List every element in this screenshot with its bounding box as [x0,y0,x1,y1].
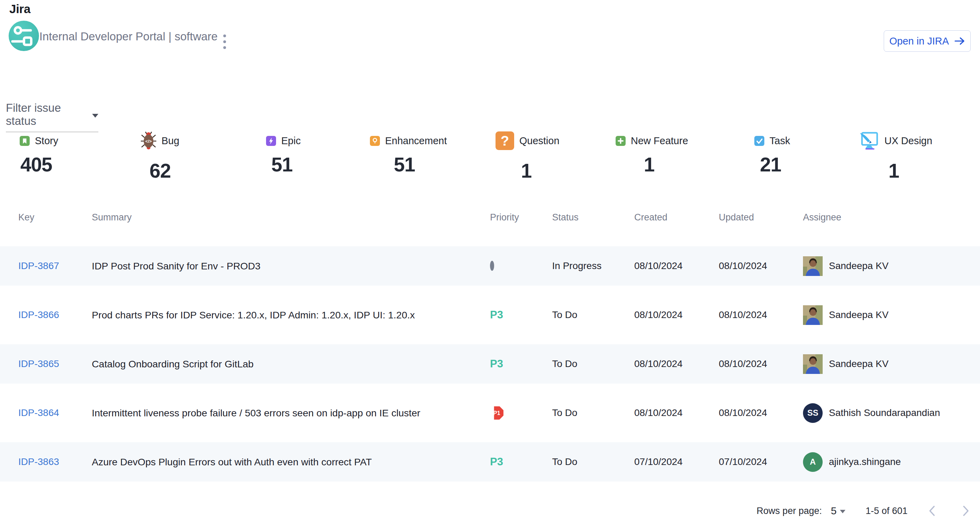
table-row: IDP-3865 Catalog Onboarding Script for G… [0,339,980,389]
pagination-bar: Rows per page: 5 1-5 of 601 [0,499,974,523]
previous-page-button[interactable] [924,503,941,519]
assignee-avatar-photo [803,256,822,276]
table-row: IDP-3866 Prod charts PRs for IDP Service… [0,290,980,339]
rows-per-page-select[interactable]: 5 [831,505,846,517]
issue-summary: IDP Post Prod Sanity for Env - PROD3 [92,260,490,272]
rows-per-page-value: 5 [831,505,837,517]
counter-label: Bug [161,135,180,147]
issue-key-link[interactable]: IDP-3867 [18,260,92,271]
issue-key-link[interactable]: IDP-3866 [18,309,92,320]
ux-design-icon [859,132,879,150]
arrow-right-icon [954,36,965,46]
issue-updated-date: 08/10/2024 [719,408,803,419]
counter-label: UX Design [885,135,932,147]
counter-story: Story 405 [20,130,53,176]
counter-label: Enhancement [385,135,447,147]
issue-key-link[interactable]: IDP-3864 [18,408,92,419]
question-icon: ? [496,132,514,150]
issue-key-link[interactable]: IDP-3863 [18,456,92,467]
counter-value: 21 [754,153,787,176]
new-feature-icon [616,136,625,146]
issues-table-header: Key Summary Priority Status Created Upda… [0,207,980,228]
assignee-avatar-initials: SS [803,403,822,423]
priority-p3-label: P3 [490,309,503,321]
chevron-down-icon [840,510,845,513]
assignee-name: Sandeepa KV [829,260,889,271]
counter-label: Task [770,135,790,147]
priority-p1-badge: P1 [490,406,503,420]
enhancement-icon [370,136,380,146]
counter-epic: Epic 51 [266,130,298,176]
assignee-name: Sandeepa KV [829,309,889,320]
counter-label: Story [35,135,58,147]
issue-status: To Do [552,408,634,419]
assignee-name: ajinkya.shingane [829,456,901,467]
story-icon [20,136,30,146]
issue-status: In Progress [552,260,634,271]
counter-ux-design: UX Design 1 [859,130,928,182]
chevron-down-icon [92,114,99,117]
task-icon [754,136,764,146]
open-in-jira-button[interactable]: Open in JIRA [884,30,971,52]
open-in-jira-label: Open in JIRA [889,35,948,47]
counter-bug: </> Bug 62 [141,130,180,182]
counter-value: 1 [616,153,682,176]
column-header-created: Created [634,212,719,223]
priority-none-ring-icon [490,261,494,271]
next-page-button[interactable] [957,503,974,519]
issue-key-link[interactable]: IDP-3865 [18,358,92,370]
issue-status: To Do [552,358,634,370]
filter-issue-status-select[interactable]: Filter issue status [6,102,99,132]
counter-label: Question [519,135,559,147]
counter-value: 405 [20,153,53,176]
counter-task: Task 21 [754,130,787,176]
priority-p3-label: P3 [490,456,503,468]
svg-text:</>: </> [145,139,152,144]
svg-text:?: ? [501,133,509,148]
issue-updated-date: 08/10/2024 [719,260,803,271]
assignee-avatar-photo [803,305,822,325]
column-header-assignee: Assignee [803,212,980,223]
epic-icon [266,136,276,146]
assignee-avatar-initials: A [803,452,822,472]
issue-summary: Catalog Onboarding Script for GitLab [92,358,490,370]
rows-per-page-label: Rows per page: [757,506,822,516]
counter-label: Epic [281,135,301,147]
assignee-name: Sathish Soundarapandian [829,408,940,419]
filter-issue-status-label: Filter issue status [6,102,91,128]
issue-created-date: 08/10/2024 [634,408,719,419]
counter-label: New Feature [631,135,688,147]
issue-summary: Azure DevOps Plugin Errors out with Auth… [92,456,490,468]
kebab-menu-button[interactable] [220,32,230,52]
priority-p3-label: P3 [490,358,503,370]
column-header-key: Key [18,212,92,223]
counter-new-feature: New Feature 1 [616,130,682,176]
column-header-updated: Updated [719,212,803,223]
column-header-status: Status [552,212,634,223]
chevron-left-icon [928,505,937,517]
issue-updated-date: 07/10/2024 [719,456,803,467]
table-row: IDP-3864 Intermittent liveness probe fai… [0,389,980,438]
issue-created-date: 08/10/2024 [634,260,719,271]
page-title: Jira [9,2,30,16]
kebab-menu-icon [222,33,227,51]
pagination-range-label: 1-5 of 601 [865,506,908,516]
column-header-priority: Priority [490,212,552,223]
issue-status: To Do [552,309,634,320]
assignee-avatar-photo [803,354,822,374]
counter-question: ? Question 1 [496,130,557,182]
issue-updated-date: 08/10/2024 [719,309,803,320]
counter-value: 62 [141,159,180,182]
issue-summary: Prod charts PRs for IDP Service: 1.20.x,… [92,309,490,321]
counter-value: 51 [266,153,298,176]
assignee-name: Sandeepa KV [829,358,889,370]
issues-table-body: IDP-3867 IDP Post Prod Sanity for Env - … [0,241,980,486]
table-row: IDP-3863 Azure DevOps Plugin Errors out … [0,438,980,486]
issue-created-date: 08/10/2024 [634,358,719,370]
pipeline-logo-icon [9,21,39,51]
issue-type-counters: Story 405 </> Bug [0,130,980,196]
issue-summary: Intermittent liveness probe failure / 50… [92,408,490,419]
bug-icon: </> [141,132,156,150]
counter-value: 1 [859,159,928,182]
counter-value: 51 [370,153,439,176]
